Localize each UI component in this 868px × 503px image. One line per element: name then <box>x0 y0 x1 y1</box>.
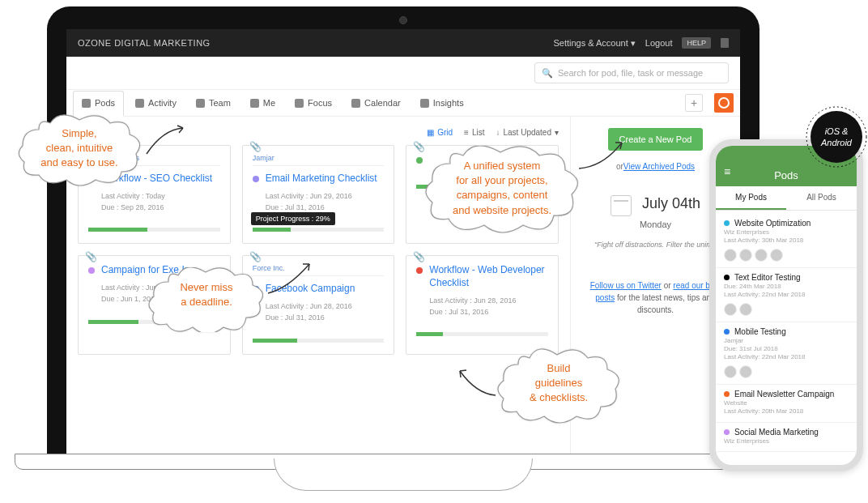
callout-simple: Simple, clean, intuitive and easy to use… <box>15 113 144 186</box>
status-dot <box>416 267 423 274</box>
calendar-icon <box>351 99 360 108</box>
nav-tabs: Pods Activity Team Me Focus Calendar Ins… <box>66 89 740 117</box>
sort-menu[interactable]: ↓Last Updated ▾ <box>496 128 560 137</box>
logout-link[interactable]: Logout <box>645 38 673 48</box>
tab-focus[interactable]: Focus <box>287 90 340 116</box>
pods-icon <box>82 99 91 108</box>
phone-item-sub: JamjarDue: 31st Jul 2018Last Activity: 2… <box>724 337 849 362</box>
grid-icon: ▦ <box>427 128 434 137</box>
add-button[interactable]: + <box>685 94 703 112</box>
screen: OZONE DIGITAL MARKETING Settings & Accou… <box>66 29 740 460</box>
phone-item-title: Website Optimization <box>734 219 811 228</box>
hamburger-icon[interactable]: ≡ <box>724 165 730 178</box>
paperclip-icon: 📎 <box>85 251 97 262</box>
phone-tabs: My Pods All Pods <box>716 186 857 211</box>
search-placeholder: Search for pod, file, task or message <box>558 68 703 78</box>
tab-team[interactable]: Team <box>188 90 239 116</box>
twitter-link[interactable]: Follow us on Twitter <box>590 281 662 290</box>
insights-icon <box>420 99 429 108</box>
phone-item-title: Text Editor Testing <box>734 273 801 282</box>
bookmark-icon[interactable] <box>721 38 729 48</box>
quote-text: "Fight off distractions. Filter the unim… <box>582 241 729 249</box>
status-dot <box>724 429 730 435</box>
card-meta: Last Activity : Jun 29, 2016Due : Jul 31… <box>266 190 377 214</box>
calendar-widget-icon <box>611 195 632 216</box>
activity-icon <box>135 99 144 108</box>
list-icon: ≡ <box>464 128 469 137</box>
avatar <box>739 365 752 378</box>
phone-list-item[interactable]: Mobile Testing JamjarDue: 31st Jul 2018L… <box>716 322 857 385</box>
me-icon <box>250 99 259 108</box>
tab-insights[interactable]: Insights <box>412 90 472 116</box>
settings-menu[interactable]: Settings & Account ▾ <box>553 38 635 49</box>
progress-bar <box>253 339 385 343</box>
phone-title: Pods <box>774 169 798 181</box>
card-meta: Last Activity : Jun 28, 2016Due : Jul 31… <box>429 295 548 318</box>
card-org: Jamjar <box>253 154 385 166</box>
sub-bar: 🔍 Search for pod, file, task or message <box>66 57 740 89</box>
laptop-frame: OZONE DIGITAL MARKETING Settings & Accou… <box>47 6 760 460</box>
camera-icon <box>399 16 407 24</box>
team-icon <box>196 99 205 108</box>
avatar <box>755 249 768 262</box>
search-input[interactable]: 🔍 Search for pod, file, task or message <box>534 62 729 83</box>
phone-item-sub: Due: 24th Mar 2018Last Activity: 22nd Ma… <box>724 283 849 300</box>
phone-item-sub: Wiz EnterprisesLast Activity: 30th Mar 2… <box>724 228 849 245</box>
phone-item-title: Mobile Testing <box>734 327 786 336</box>
phone-item-sub: Wiz Enterprises <box>724 437 849 445</box>
view-grid[interactable]: ▦Grid <box>427 128 453 137</box>
brand-title: OZONE DIGITAL MARKETING <box>78 38 553 48</box>
callout-unified: A unified system for all your projects, … <box>421 146 583 235</box>
phone-list-item[interactable]: Social Media Marketing Wiz Enterprises <box>716 423 857 452</box>
paperclip-icon: 📎 <box>249 141 262 152</box>
status-dot <box>253 176 259 182</box>
phone-list-item[interactable]: Website Optimization Wiz EnterprisesLast… <box>716 214 857 268</box>
pod-card[interactable]: 📎 Workflow - Web Developer Checklist Las… <box>406 255 559 354</box>
weekday-value: Monday <box>582 220 729 229</box>
status-dot <box>724 275 730 280</box>
progress-tooltip: Project Progress : 29% <box>251 212 335 225</box>
card-title: Email Marketing Checklist <box>266 173 377 185</box>
promo-text: Follow us on Twitter or read our blog po… <box>582 279 729 316</box>
avatar <box>724 303 737 316</box>
card-title: Workflow - Web Developer Checklist <box>429 264 548 289</box>
progress-bar <box>88 228 220 232</box>
phone-list: Website Optimization Wiz EnterprisesLast… <box>716 211 857 455</box>
help-button[interactable]: HELP <box>682 37 711 49</box>
svg-point-0 <box>811 111 862 163</box>
status-dot <box>88 267 95 274</box>
paperclip-icon: 📎 <box>413 251 425 262</box>
status-dot <box>724 329 730 335</box>
avatar <box>739 249 752 262</box>
status-dot <box>724 391 730 397</box>
date-value: July 04th <box>642 195 700 211</box>
platform-badge: iOS & Android <box>805 105 868 168</box>
date-widget: July 04th Monday <box>582 195 729 229</box>
avatar <box>770 249 783 262</box>
phone-tab-mypods[interactable]: My Pods <box>716 186 786 210</box>
unlock-button[interactable] <box>714 93 734 113</box>
pod-card[interactable]: 📎 Jamjar Email Marketing Checklist Last … <box>242 145 395 244</box>
phone-mockup: ≡ Pods My Pods All Pods Website Optimiza… <box>709 139 863 471</box>
avatar <box>724 249 737 262</box>
tab-pods[interactable]: Pods <box>73 91 124 117</box>
avatar <box>739 303 752 316</box>
progress-bar <box>253 228 385 232</box>
sort-icon: ↓ <box>496 128 500 137</box>
tab-activity[interactable]: Activity <box>127 90 185 116</box>
view-list[interactable]: ≡List <box>464 128 484 137</box>
card-meta: Last Activity : Jun 28, 2016Due : Jul 31… <box>266 301 355 324</box>
phone-list-item[interactable]: Text Editor Testing Due: 24th Mar 2018La… <box>716 268 857 322</box>
top-bar: OZONE DIGITAL MARKETING Settings & Accou… <box>66 29 740 57</box>
phone-tab-allpods[interactable]: All Pods <box>786 186 857 210</box>
callout-guidelines: Build guidelines & checklists. <box>494 348 623 425</box>
phone-item-sub: WebsiteLast Activity: 20th Mar 2018 <box>724 399 849 416</box>
focus-icon <box>295 99 304 108</box>
avatar <box>724 365 737 378</box>
phone-list-item[interactable]: Email Newsletter Campaign WebsiteLast Ac… <box>716 385 857 423</box>
card-meta: Last Activity : TodayDue : Sep 28, 2016 <box>101 190 212 214</box>
tab-me[interactable]: Me <box>242 90 283 116</box>
progress-bar <box>416 332 548 336</box>
tab-calendar[interactable]: Calendar <box>343 90 409 116</box>
laptop-base <box>274 458 533 491</box>
